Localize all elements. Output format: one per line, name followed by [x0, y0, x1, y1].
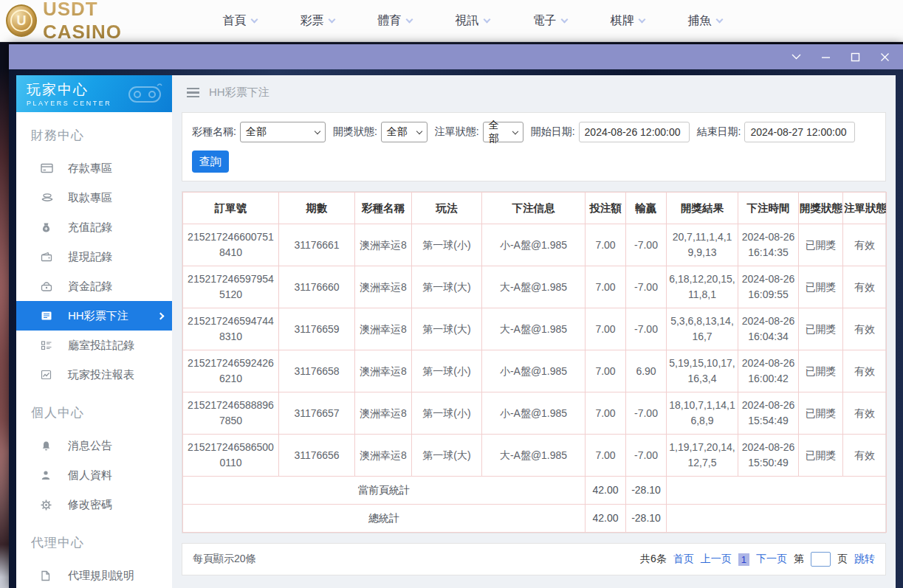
cell-bet-time: 2024-08-26 16:00:42 — [738, 350, 799, 392]
sidebar-item-label: 玩家投注報表 — [68, 368, 134, 382]
sidebar-header: 玩家中心 PLAYERS CENTER — [16, 75, 172, 112]
cell-bet-info: 大-A盤@1.985 — [482, 308, 586, 350]
window-maximize-icon[interactable] — [850, 52, 860, 62]
sidebar-item-label: 修改密碼 — [68, 498, 112, 512]
jump-suffix-label: 页 — [837, 553, 848, 566]
page-jump-input[interactable] — [811, 552, 831, 567]
sidebar-item-deposit[interactable]: 存款專區 — [16, 153, 172, 183]
sidebar-item-withdraw[interactable]: 取款專區 — [16, 183, 172, 212]
cell-bet-amount: 7.00 — [586, 435, 626, 477]
cell-result: 5,19,15,10,17,16,3,4 — [667, 350, 738, 392]
sidebar-item-hh-lottery-bets[interactable]: HH彩票下注 — [16, 301, 172, 331]
cell-period: 31176657 — [279, 392, 355, 435]
cell-result: 20,7,11,1,4,19,9,13 — [667, 224, 738, 266]
sidebar-item-withdrawal-records[interactable]: 提現記錄 — [16, 242, 172, 271]
table-body: 2152172466007518410 31176661 澳洲幸运8 第一球(小… — [183, 224, 887, 477]
sidebar-item-agent-rules[interactable]: 代理規則說明 — [16, 561, 172, 588]
lottery-name-select[interactable]: 全部 — [240, 122, 326, 142]
breadcrumb: HH彩票下注 — [172, 75, 896, 110]
site-logo[interactable]: U USDT CASINO — [6, 0, 176, 44]
order-status-value: 全部 — [489, 119, 507, 145]
col-header-bet-time: 下注時間 — [738, 193, 799, 224]
col-header-lottery: 彩種名稱 — [355, 193, 412, 224]
bets-table: 訂單號 期數 彩種名稱 玩法 下注信息 投注額 輸贏 開獎結果 下注時間 開獎狀… — [182, 192, 887, 533]
order-status-select[interactable]: 全部 — [483, 122, 523, 142]
nav-item-lottery[interactable]: 彩票 — [278, 13, 356, 29]
chevron-down-icon — [560, 15, 568, 23]
cell-bet-time: 2024-08-26 16:14:35 — [738, 224, 799, 266]
cell-result: 1,19,17,20,14,12,7,5 — [667, 435, 738, 477]
window-collapse-icon[interactable] — [791, 52, 801, 62]
chevron-down-icon — [483, 15, 490, 23]
sidebar-item-room-bet-records[interactable]: 廳室投註記錄 — [16, 331, 172, 360]
sidebar-item-profile[interactable]: 個人資料 — [16, 460, 172, 490]
search-button[interactable]: 查詢 — [192, 151, 229, 173]
chevron-down-icon — [250, 15, 258, 23]
nav-item-video[interactable]: 視訊 — [433, 13, 511, 29]
window-titlebar — [9, 44, 903, 69]
prev-page-link[interactable]: 上一页 — [701, 553, 732, 566]
cell-bet-time: 2024-08-26 16:09:55 — [738, 266, 799, 308]
window-close-icon[interactable] — [879, 52, 890, 62]
cell-order-id: 2152172465979545120 — [183, 266, 279, 308]
purse-icon — [41, 280, 54, 292]
nav-item-slots[interactable]: 電子 — [511, 13, 588, 29]
coin-logo-icon: U — [6, 4, 37, 37]
hamburger-menu-icon[interactable] — [187, 88, 199, 98]
gamepad-icon — [125, 80, 165, 108]
filter-panel: 彩種名稱: 全部 開獎狀態: 全部 注單狀態: 全部 — [182, 112, 886, 181]
col-header-draw-status: 開獎狀態 — [799, 193, 843, 224]
nav-label: 首頁 — [223, 13, 247, 29]
sidebar-item-label: 取款專區 — [68, 191, 112, 205]
cell-play: 第一球(大) — [412, 308, 482, 350]
page-size-text: 每頁顯示20條 — [193, 553, 256, 566]
sidebar-item-label: HH彩票下注 — [68, 309, 128, 323]
chevron-down-icon — [638, 15, 645, 23]
cell-order-status: 有效 — [843, 224, 887, 266]
chevron-down-icon — [328, 15, 335, 23]
sidebar-item-player-bet-report[interactable]: 玩家投注報表 — [16, 360, 172, 390]
sidebar-item-label: 充值記錄 — [68, 221, 112, 235]
top-navbar: U USDT CASINO 首頁 彩票 體育 視訊 電子 棋牌 捕魚 — [0, 0, 903, 42]
cell-lottery: 澳洲幸运8 — [355, 224, 412, 266]
sidebar-item-label: 提現記錄 — [68, 250, 112, 264]
cell-play: 第一球(小) — [412, 350, 482, 392]
sidebar-item-recharge-records[interactable]: 充值記錄 — [16, 212, 172, 242]
nav-item-cards[interactable]: 棋牌 — [588, 13, 666, 29]
sidebar-item-funds-records[interactable]: 資金記錄 — [16, 271, 172, 301]
nav-item-fishing[interactable]: 捕魚 — [666, 13, 744, 29]
gear-icon — [41, 499, 54, 511]
nav-label: 棋牌 — [611, 13, 634, 29]
start-date-input[interactable] — [579, 122, 690, 142]
player-center-window: 玩家中心 PLAYERS CENTER 財務中心 存款專區 — [9, 44, 903, 588]
person-icon — [41, 469, 54, 481]
cell-lottery: 澳洲幸运8 — [355, 392, 412, 435]
sidebar-item-announcements[interactable]: 消息公告 — [16, 431, 172, 460]
cell-draw-status: 已開獎 — [799, 224, 843, 266]
end-date-input[interactable] — [744, 122, 855, 142]
main-content: HH彩票下注 彩種名稱: 全部 開獎狀態: 全部 — [172, 75, 896, 588]
table-row: 2152172465947448310 31176659 澳洲幸运8 第一球(大… — [183, 308, 887, 350]
chevron-down-icon — [512, 128, 518, 134]
window-minimize-icon[interactable] — [820, 52, 831, 62]
cell-order-status: 有效 — [843, 266, 887, 308]
col-header-period: 期數 — [279, 193, 355, 224]
nav-label: 捕魚 — [688, 13, 712, 29]
cell-bet-amount: 7.00 — [586, 224, 626, 266]
first-page-link[interactable]: 首页 — [673, 553, 694, 566]
table-row: 2152172465888967850 31176657 澳洲幸运8 第一球(小… — [183, 392, 887, 435]
cell-draw-status: 已開獎 — [799, 308, 843, 350]
nav-item-sports[interactable]: 體育 — [356, 13, 433, 29]
nav-label: 視訊 — [456, 13, 479, 29]
cell-bet-info: 小-A盤@1.985 — [482, 392, 586, 435]
cell-bet-info: 大-A盤@1.985 — [482, 266, 586, 308]
next-page-link[interactable]: 下一页 — [756, 553, 787, 566]
nav-item-home[interactable]: 首頁 — [201, 13, 278, 29]
current-page-badge[interactable]: 1 — [738, 553, 749, 566]
draw-status-select[interactable]: 全部 — [381, 122, 428, 142]
cell-win-loss: -7.00 — [626, 308, 667, 350]
sidebar-item-change-password[interactable]: 修改密碼 — [16, 490, 172, 519]
withdraw-hand-icon — [41, 192, 54, 204]
sidebar-item-label: 資金記錄 — [68, 280, 112, 294]
jump-button[interactable]: 跳转 — [854, 553, 875, 566]
